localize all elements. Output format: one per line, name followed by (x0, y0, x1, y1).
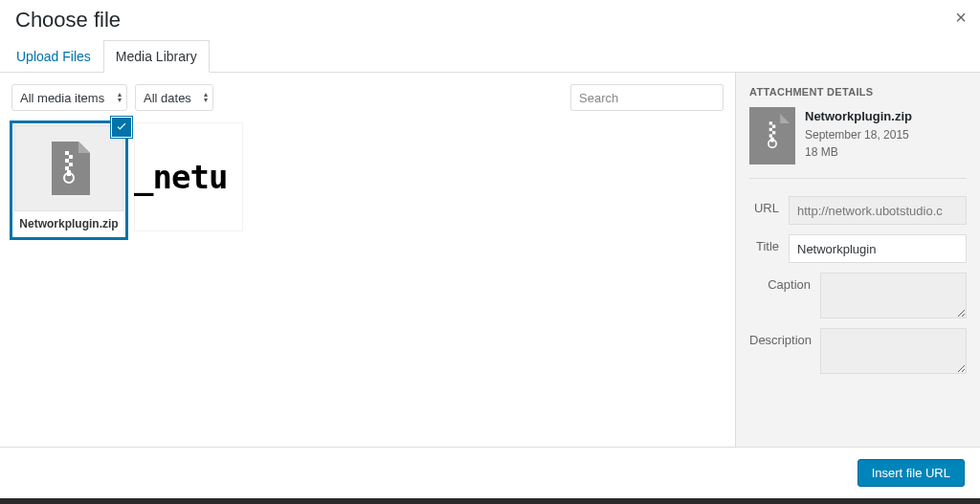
close-icon: × (955, 7, 967, 28)
details-date: September 18, 2015 (805, 126, 912, 143)
attachment-filename: Networkplugin.zip (11, 211, 126, 238)
image-preview: t_netu (134, 158, 227, 196)
tab-upload-files[interactable]: Upload Files (4, 40, 103, 73)
title-field[interactable] (789, 234, 967, 263)
modal-footer: Insert file URL (0, 447, 980, 498)
url-field[interactable] (789, 196, 967, 225)
details-size: 18 MB (805, 143, 912, 161)
details-filename: Networkplugin.zip (805, 107, 912, 126)
caption-field[interactable] (820, 273, 967, 318)
archive-file-icon (755, 114, 790, 158)
attachment-item[interactable]: Networkplugin.zip (11, 122, 126, 238)
attachment-thumbnail: t_netu (134, 122, 243, 231)
attachment-details-panel: ATTACHMENT DETAILS Networkplugin.zip Sep… (735, 73, 980, 470)
attachment-thumbnail (14, 125, 123, 211)
filter-date-select[interactable]: All dates (135, 84, 213, 111)
svg-rect-2 (65, 159, 69, 163)
svg-rect-0 (65, 151, 69, 155)
media-browser: All media items ▴▾ All dates ▴▾ (0, 73, 735, 470)
svg-rect-13 (770, 138, 773, 142)
filter-type-select[interactable]: All media items (11, 84, 127, 111)
window-chrome (0, 498, 980, 504)
insert-file-url-button[interactable]: Insert file URL (858, 459, 965, 487)
tab-media-library[interactable]: Media Library (103, 40, 210, 73)
search-input[interactable] (570, 84, 724, 111)
svg-rect-6 (67, 170, 71, 176)
svg-rect-11 (769, 134, 772, 137)
svg-rect-9 (769, 128, 772, 131)
details-heading: ATTACHMENT DETAILS (749, 86, 967, 98)
url-label: URL (749, 196, 789, 215)
details-thumbnail (749, 107, 795, 164)
selected-check-icon[interactable] (111, 117, 132, 138)
close-button[interactable]: × (955, 8, 967, 27)
description-label: Description (749, 328, 820, 347)
svg-rect-4 (65, 166, 69, 170)
caption-label: Caption (749, 273, 820, 292)
tabs: Upload Files Media Library (0, 40, 980, 73)
svg-rect-8 (772, 125, 775, 128)
svg-rect-3 (69, 163, 73, 166)
description-field[interactable] (820, 328, 967, 374)
svg-rect-10 (772, 131, 775, 134)
modal-title: Choose file (15, 6, 965, 40)
attachment-item[interactable]: t_netu (134, 122, 249, 238)
title-label: Title (749, 234, 789, 253)
svg-rect-7 (769, 121, 772, 124)
svg-rect-1 (69, 155, 73, 159)
archive-file-icon (48, 142, 90, 195)
